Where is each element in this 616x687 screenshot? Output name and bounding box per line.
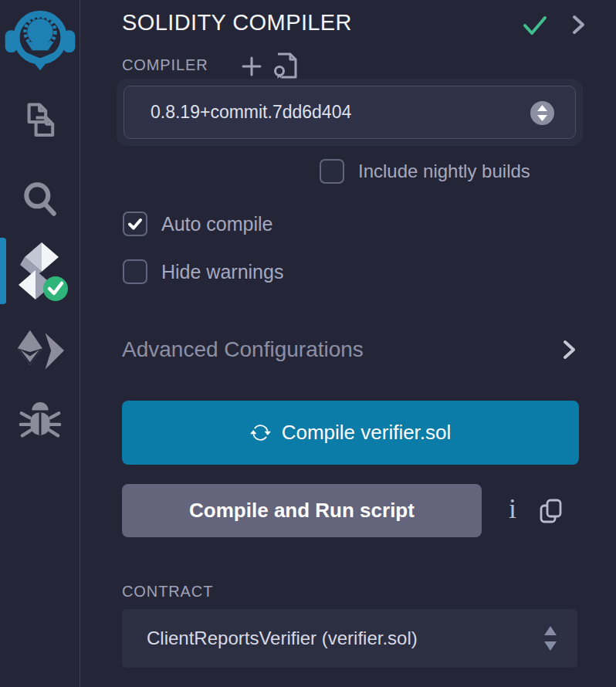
compiler-section-label: COMPILER bbox=[122, 56, 208, 74]
contract-select-caret-icon bbox=[542, 624, 559, 656]
hide-warnings-checkbox[interactable] bbox=[123, 259, 147, 284]
compile-and-run-label: Compile and Run script bbox=[189, 499, 415, 523]
compiler-version-select[interactable]: 0.8.19+commit.7dd6d404 bbox=[124, 86, 576, 139]
refresh-icon bbox=[250, 422, 271, 443]
compile-and-run-button[interactable]: Compile and Run script bbox=[122, 484, 482, 537]
compile-button[interactable]: Compile verifier.sol bbox=[122, 401, 579, 465]
solidity-compiler-panel: SOLIDITY COMPILER COMPILER 0.8.19+commit… bbox=[0, 0, 616, 687]
include-nightly-label: Include nightly builds bbox=[358, 161, 530, 182]
collapse-panel-chevron-icon[interactable] bbox=[569, 12, 587, 40]
sidebar-item-file-explorer[interactable] bbox=[0, 100, 80, 142]
icon-rail bbox=[0, 0, 80, 687]
debugger-icon bbox=[18, 400, 63, 445]
remix-logo-icon bbox=[3, 5, 77, 73]
deploy-and-run-icon bbox=[15, 327, 66, 375]
hide-warnings-row: Hide warnings bbox=[123, 259, 283, 284]
contract-section-label: CONTRACT bbox=[122, 583, 213, 601]
version-select-stepper-icon bbox=[530, 101, 554, 125]
contract-select[interactable]: ClientReportsVerifier (verifier.sol) bbox=[122, 609, 577, 668]
sidebar-item-debugger[interactable] bbox=[0, 400, 80, 445]
compile-button-label: Compile verifier.sol bbox=[282, 421, 452, 445]
auto-compile-label: Auto compile bbox=[161, 213, 273, 235]
advanced-configurations-label: Advanced Configurations bbox=[122, 337, 364, 362]
sidebar-item-deploy-and-run[interactable] bbox=[0, 327, 80, 375]
compile-success-check-icon bbox=[522, 14, 548, 40]
include-nightly-checkbox[interactable] bbox=[320, 159, 344, 184]
file-explorer-icon bbox=[19, 100, 61, 142]
search-icon bbox=[19, 178, 62, 221]
sidebar-item-search[interactable] bbox=[0, 178, 80, 221]
page-title: SOLIDITY COMPILER bbox=[122, 10, 352, 36]
auto-compile-checkbox[interactable] bbox=[123, 212, 147, 236]
copy-icon[interactable] bbox=[539, 498, 564, 527]
advanced-chevron-right-icon bbox=[559, 337, 579, 363]
remix-logo[interactable] bbox=[0, 5, 80, 73]
include-nightly-row: Include nightly builds bbox=[320, 159, 530, 184]
add-custom-compiler-icon[interactable] bbox=[239, 54, 264, 82]
compiler-version-value: 0.8.19+commit.7dd6d404 bbox=[151, 102, 351, 123]
hide-warnings-label: Hide warnings bbox=[161, 261, 283, 283]
compiler-version-wrap: 0.8.19+commit.7dd6d404 bbox=[117, 79, 583, 146]
solidity-compiler-icon bbox=[11, 241, 69, 304]
info-icon[interactable]: i bbox=[502, 492, 523, 525]
auto-compile-row: Auto compile bbox=[123, 212, 273, 236]
sidebar-item-solidity-compiler[interactable] bbox=[0, 241, 80, 304]
advanced-configurations-toggle[interactable]: Advanced Configurations bbox=[122, 337, 579, 363]
contract-selected-value: ClientReportsVerifier (verifier.sol) bbox=[147, 628, 418, 649]
